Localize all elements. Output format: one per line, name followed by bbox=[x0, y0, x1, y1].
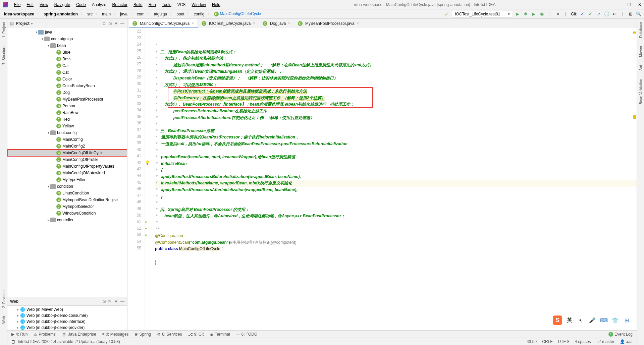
sidebar-beanvalidation[interactable]: Bean Validation bbox=[639, 79, 643, 104]
web-item[interactable]: ▸🌐Web (in dubbo-jt-demo-interface) bbox=[7, 319, 127, 325]
tree-item[interactable]: CMyImportSelector bbox=[7, 203, 127, 210]
sidebar-maven[interactable]: Maven bbox=[639, 46, 643, 57]
close-tab-icon[interactable]: × bbox=[253, 21, 255, 26]
sidebar-database[interactable]: Database bbox=[639, 22, 643, 38]
crumb[interactable]: idea-workspace bbox=[3, 11, 36, 17]
ime-tools-icon[interactable]: ⊞ bbox=[623, 316, 631, 324]
web-hide-icon[interactable]: — bbox=[120, 299, 124, 304]
tree-item[interactable]: CMyImportBeanDefinitionRegistr bbox=[7, 196, 127, 203]
close-tab-icon[interactable]: × bbox=[288, 21, 290, 26]
menu-code[interactable]: Code bbox=[73, 1, 89, 8]
status-branch[interactable]: ⎇ master bbox=[596, 339, 614, 344]
tool-git[interactable]: ⎇ 9: Git bbox=[188, 332, 204, 337]
web-expand-icon[interactable]: ⇲ bbox=[102, 299, 106, 304]
web-item[interactable]: ▸🌐Web (in MavenWeb) bbox=[7, 306, 127, 312]
tool-problems[interactable]: ⚠ Problems bbox=[34, 332, 56, 337]
editor-tab[interactable]: CMyBeanPostProcessor.java× bbox=[294, 19, 363, 28]
tree-item[interactable]: CBoss bbox=[7, 56, 127, 62]
tree-item[interactable]: ▾bean bbox=[7, 42, 127, 49]
crumb[interactable]: com bbox=[136, 11, 146, 17]
code-area[interactable]: 2223242526272829303132333435363738394041… bbox=[127, 28, 637, 330]
tool-javaee[interactable]: ☕ Java Enterprise bbox=[62, 332, 96, 337]
tool-messages[interactable]: ≡ 0: Messages bbox=[102, 332, 128, 337]
tree-item[interactable]: CWindowsCondition bbox=[7, 210, 127, 217]
project-tree[interactable]: ▾java▾com.atguigu▾beanCBlueCBossCCarCCat… bbox=[7, 28, 127, 297]
sidebar-web[interactable]: Web bbox=[2, 316, 6, 324]
crumb[interactable]: src bbox=[86, 11, 94, 17]
tree-item[interactable]: CMainConfigOfProfile bbox=[7, 156, 127, 163]
run-config-select[interactable]: IOCTest_LifeCycle.test01 bbox=[452, 11, 512, 17]
editor-tab[interactable]: CDog.java× bbox=[259, 19, 294, 28]
status-indent[interactable]: 4 spaces bbox=[575, 339, 591, 344]
sidebar-project[interactable]: 1: Project bbox=[2, 22, 6, 38]
tree-item[interactable]: CMainConifgOfAutowired bbox=[7, 170, 127, 176]
search-icon[interactable]: 🔍 bbox=[636, 11, 641, 17]
tree-item[interactable]: CCar bbox=[7, 62, 127, 69]
tree-item[interactable]: CMainConfigOfPropertyValues bbox=[7, 163, 127, 170]
tree-item[interactable]: CMainConfig bbox=[7, 136, 127, 143]
tree-item[interactable]: CCat bbox=[7, 69, 127, 76]
ime-punct-icon[interactable]: •, bbox=[577, 316, 585, 324]
crumb[interactable]: CMainConfigOfLifeCycle bbox=[213, 11, 263, 17]
crumb[interactable]: main bbox=[101, 11, 112, 17]
tree-item[interactable]: CColorFactoryBean bbox=[7, 82, 127, 89]
sidebar-favorites[interactable]: 2: Favorites bbox=[2, 289, 6, 308]
tree-item[interactable]: CDog bbox=[7, 89, 127, 96]
tool-todo[interactable]: ≔ 6: TODO bbox=[236, 332, 258, 337]
ime-keyboard-icon[interactable]: ⌨ bbox=[600, 316, 608, 324]
tree-item[interactable]: ▾com.atguigu bbox=[7, 36, 127, 42]
attach-icon[interactable]: ⋮ bbox=[547, 11, 552, 17]
close-tab-icon[interactable]: × bbox=[192, 21, 194, 26]
git-update-icon[interactable]: ✔ bbox=[580, 11, 585, 17]
menu-build[interactable]: Build bbox=[131, 1, 145, 8]
crumb[interactable]: atguigu bbox=[153, 11, 168, 17]
menu-window[interactable]: Window bbox=[189, 1, 209, 8]
web-settings-icon[interactable]: ✱ bbox=[114, 299, 118, 304]
menu-file[interactable]: File bbox=[11, 1, 23, 8]
web-item[interactable]: ▸🌐Web (in dubbo-jt-demo-consumer) bbox=[7, 312, 127, 319]
git-revert-icon[interactable]: ↩ bbox=[612, 11, 618, 17]
crumb[interactable]: spring-annotation bbox=[42, 11, 79, 17]
editor-tab[interactable]: CIOCTest_LifeCycle.java× bbox=[198, 19, 259, 28]
expand-icon[interactable]: ⇲ bbox=[108, 21, 112, 26]
close-icon[interactable]: ✕ bbox=[638, 2, 641, 7]
collapse-icon[interactable]: ✱ bbox=[114, 21, 118, 26]
menu-run[interactable]: Run bbox=[146, 1, 159, 8]
status-crlf[interactable]: CRLF bbox=[542, 339, 552, 344]
back-icon[interactable]: ↙ bbox=[444, 11, 449, 17]
close-tab-icon[interactable]: × bbox=[357, 21, 359, 26]
tree-item[interactable]: CBlue bbox=[7, 49, 127, 56]
tool-terminal[interactable]: ▣ Terminal bbox=[210, 332, 230, 337]
tree-item[interactable]: CRainBow bbox=[7, 109, 127, 116]
run-icon[interactable]: ▶ bbox=[515, 11, 520, 17]
sidebar-ant[interactable]: Ant bbox=[639, 65, 643, 71]
tree-item[interactable]: CColor bbox=[7, 76, 127, 82]
git-commit-icon[interactable]: ✔ bbox=[588, 11, 593, 17]
git-push-icon[interactable]: ↗ bbox=[596, 11, 601, 17]
tree-item[interactable]: CLinuxCondition bbox=[7, 190, 127, 196]
web-collapse-icon[interactable]: ⇱ bbox=[108, 299, 112, 304]
web-item[interactable]: ▸🌐Web (in dubbo-jt-demo-provider) bbox=[7, 325, 127, 331]
tool-services[interactable]: ⚙ 8: Services bbox=[157, 332, 182, 337]
tree-item[interactable]: CYellow bbox=[7, 123, 127, 129]
git-history-icon[interactable]: 🕓 bbox=[604, 11, 609, 17]
tree-item[interactable]: CMyTypeFilter bbox=[7, 176, 127, 183]
menu-help[interactable]: Help bbox=[209, 1, 223, 8]
stop-icon[interactable]: ■ bbox=[555, 11, 560, 17]
crumb[interactable]: boot bbox=[175, 11, 185, 17]
tree-item[interactable]: CMainConfigOfLifeCycle bbox=[7, 150, 127, 156]
show-tools-icon[interactable]: ▢ bbox=[11, 339, 15, 344]
menu-tools[interactable]: Tools bbox=[159, 1, 174, 8]
ime-mic-icon[interactable]: 🎤 bbox=[588, 316, 596, 324]
crumb[interactable]: java bbox=[119, 11, 129, 17]
menu-analyze[interactable]: Analyze bbox=[89, 1, 109, 8]
status-user[interactable]: 👤 aaa bbox=[620, 339, 633, 344]
menu-edit[interactable]: Edit bbox=[24, 1, 36, 8]
maximize-icon[interactable]: ❐ bbox=[628, 2, 631, 7]
minimize-icon[interactable]: — bbox=[617, 2, 621, 7]
tree-item[interactable]: ▾java bbox=[7, 29, 127, 36]
menu-view[interactable]: View bbox=[37, 1, 51, 8]
hide-icon[interactable]: — bbox=[120, 21, 124, 26]
debug-icon[interactable]: ✱ bbox=[523, 11, 528, 17]
status-encoding[interactable]: UTF-8 bbox=[558, 339, 570, 344]
